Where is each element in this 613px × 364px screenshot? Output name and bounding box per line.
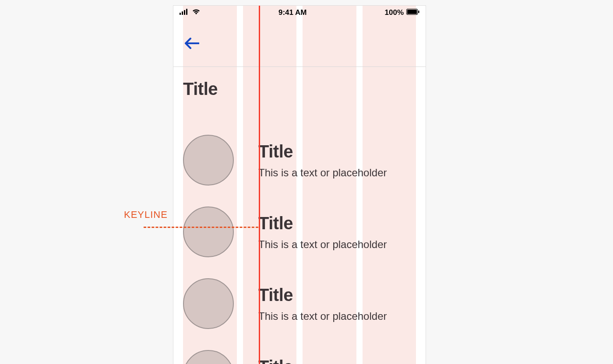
avatar [183,350,234,364]
back-arrow-icon [184,37,199,49]
svg-rect-2 [184,10,185,15]
keyline-annotation-label: KEYLINE [124,209,168,220]
list-item[interactable]: Title This is a text or placeholder [173,124,426,196]
back-button[interactable] [183,35,201,52]
list-item[interactable]: Title This is a text or placeholder [173,268,426,340]
wifi-icon [192,8,201,17]
svg-rect-6 [418,10,419,13]
svg-rect-0 [180,13,181,15]
device-frame: 9:41 AM 100% [173,5,426,364]
keyline-annotation-line [144,227,258,228]
battery-percent: 100% [385,8,404,17]
nav-bar [173,20,426,67]
avatar [183,135,234,186]
list-item[interactable]: Title This is a text or placeholder [173,196,426,268]
list-item-title: Title [258,142,416,161]
svg-rect-1 [182,11,183,15]
list-item-title: Title [258,285,416,305]
page-title: Title [173,67,426,112]
signal-icon [180,8,189,17]
list-item-title: Title [258,357,416,364]
battery-icon [406,8,419,17]
list-item[interactable]: Title This is a text or placeholder [173,340,426,364]
avatar [183,206,234,257]
status-time: 9:41 AM [201,8,385,17]
list-item-subtitle: This is a text or placeholder [258,167,416,179]
svg-rect-5 [407,10,417,14]
status-bar: 9:41 AM 100% [173,6,426,20]
keyline-vertical [259,6,260,364]
svg-rect-3 [186,9,187,15]
list-item-subtitle: This is a text or placeholder [258,310,416,322]
list-item-title: Title [258,214,416,233]
list-item-subtitle: This is a text or placeholder [258,238,416,251]
avatar [183,278,234,329]
list: Title This is a text or placeholder Titl… [173,112,426,364]
